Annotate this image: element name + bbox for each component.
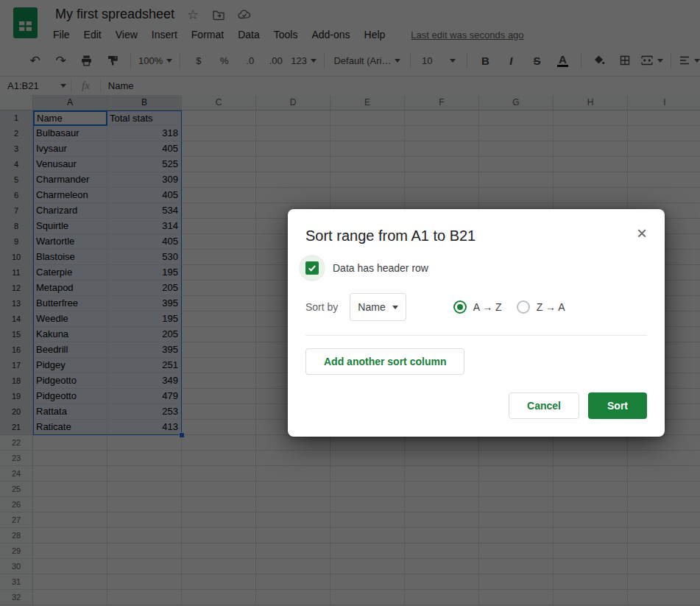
add-sort-column-button[interactable]: Add another sort column	[305, 348, 464, 375]
dialog-divider	[305, 335, 647, 336]
dialog-title: Sort range from A1 to B21	[305, 227, 475, 244]
radio-za-icon[interactable]	[517, 300, 530, 314]
radio-option-az[interactable]: A → Z	[453, 300, 502, 314]
close-icon[interactable]: ×	[637, 227, 647, 240]
cancel-button[interactable]: Cancel	[509, 392, 579, 419]
radio-option-za[interactable]: Z → A	[517, 300, 565, 314]
sort-button[interactable]: Sort	[588, 392, 647, 419]
chevron-down-icon	[392, 306, 398, 309]
header-row-label[interactable]: Data has header row	[333, 262, 428, 274]
checkbox-halo	[299, 255, 325, 281]
checkmark-icon	[308, 264, 317, 272]
sort-by-label: Sort by	[305, 301, 338, 313]
sort-range-dialog: Sort range from A1 to B21 × Data has hea…	[288, 209, 665, 437]
header-row-checkbox[interactable]	[305, 261, 319, 275]
sort-column-select[interactable]: Name	[350, 293, 406, 321]
radio-az-selected-icon[interactable]	[453, 300, 467, 314]
google-sheets-app: My first spreadsheet ☆ File Edit View In…	[0, 0, 700, 606]
